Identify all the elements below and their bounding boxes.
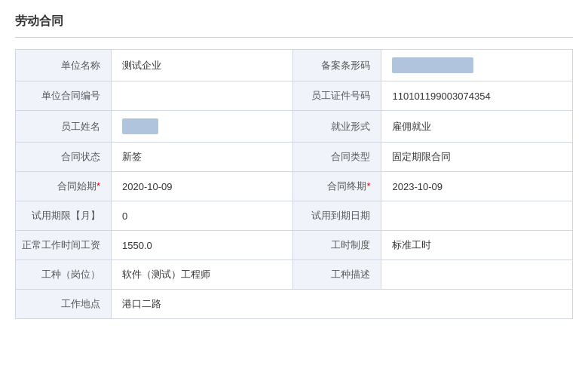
value-right-6: 标准工时 xyxy=(381,231,573,260)
table-row: 单位合同编号员工证件号码110101199003074354 xyxy=(16,81,573,111)
value-right-3: 固定期限合同 xyxy=(381,143,573,172)
table-row: 合同始期*2020-10-09合同终期*2023-10-09 xyxy=(16,172,573,201)
table-row: 正常工作时间工资1550.0工时制度标准工时 xyxy=(16,231,573,260)
value-right-7 xyxy=(381,260,573,290)
label-right-3: 合同类型 xyxy=(293,143,381,172)
label-right-5: 试用到期日期 xyxy=(293,201,381,231)
value-left-2: 隐 xyxy=(112,111,293,143)
table-row: 合同状态新签合同类型固定期限合同 xyxy=(16,143,573,172)
value-left-0: 测试企业 xyxy=(112,50,293,81)
label-left-4: 合同始期* xyxy=(16,172,112,201)
required-star: * xyxy=(96,180,100,192)
value-right-4: 2023-10-09 xyxy=(381,172,573,201)
page-container: 劳动合同 单位名称测试企业备案条形码隐藏内容单位合同编号员工证件号码110101… xyxy=(0,0,588,334)
label-right-0: 备案条形码 xyxy=(293,50,381,81)
value-right-1: 110101199003074354 xyxy=(381,81,573,111)
value-left-8: 港口二路 xyxy=(112,290,573,319)
table-row: 员工姓名隐就业形式雇佣就业 xyxy=(16,111,573,143)
value-right-0: 隐藏内容 xyxy=(381,50,573,81)
name-blurred: 隐 xyxy=(122,118,158,134)
table-row: 单位名称测试企业备案条形码隐藏内容 xyxy=(16,50,573,81)
value-left-1 xyxy=(112,81,293,111)
label-right-1: 员工证件号码 xyxy=(293,81,381,111)
label-right-2: 就业形式 xyxy=(293,111,381,143)
label-left-6: 正常工作时间工资 xyxy=(16,231,112,260)
table-row: 试用期限【月】0试用到期日期 xyxy=(16,201,573,231)
label-right-7: 工种描述 xyxy=(293,260,381,290)
value-left-7: 软件（测试）工程师 xyxy=(112,260,293,290)
label-left-3: 合同状态 xyxy=(16,143,112,172)
label-left-7: 工种（岗位） xyxy=(16,260,112,290)
page-title: 劳动合同 xyxy=(15,14,573,29)
value-left-5: 0 xyxy=(112,201,293,231)
value-right-5 xyxy=(381,201,573,231)
value-left-4: 2020-10-09 xyxy=(112,172,293,201)
form-table: 单位名称测试企业备案条形码隐藏内容单位合同编号员工证件号码11010119900… xyxy=(15,49,573,319)
label-left-1: 单位合同编号 xyxy=(16,81,112,111)
label-right-4: 合同终期* xyxy=(293,172,381,201)
label-right-6: 工时制度 xyxy=(293,231,381,260)
label-left-0: 单位名称 xyxy=(16,50,112,81)
table-row: 工种（岗位）软件（测试）工程师工种描述 xyxy=(16,260,573,290)
value-left-3: 新签 xyxy=(112,143,293,172)
required-star: * xyxy=(366,180,370,192)
barcode-blurred: 隐藏内容 xyxy=(392,57,473,73)
value-right-2: 雇佣就业 xyxy=(381,111,573,143)
value-left-6: 1550.0 xyxy=(112,231,293,260)
table-row: 工作地点港口二路 xyxy=(16,290,573,319)
label-left-5: 试用期限【月】 xyxy=(16,201,112,231)
title-divider xyxy=(15,37,573,38)
label-left-8: 工作地点 xyxy=(16,290,112,319)
label-left-2: 员工姓名 xyxy=(16,111,112,143)
